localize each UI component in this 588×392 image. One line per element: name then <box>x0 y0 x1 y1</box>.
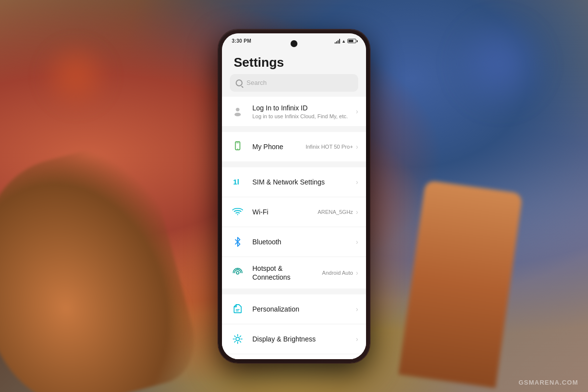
bg-decor-2 <box>39 39 113 113</box>
wifi-icon <box>230 204 245 220</box>
chevron-icon-sim-network: › <box>356 178 358 186</box>
svg-point-0 <box>236 107 239 111</box>
svg-text:1l: 1l <box>233 178 239 185</box>
item-title-infinix-id: Log In to Infinix ID <box>252 104 356 112</box>
battery-icon <box>347 39 356 43</box>
phone-screen: 3:30 PM ▲ Settings Sear <box>222 33 366 359</box>
sim-icon: 1l <box>230 174 245 190</box>
settings-list: Log In to Infinix ID Log in to use Infin… <box>222 97 366 359</box>
chevron-icon-hotspot: › <box>356 269 358 277</box>
settings-item-infinix-id[interactable]: Log In to Infinix ID Log in to use Infin… <box>222 97 366 126</box>
settings-item-sound-vibration[interactable]: Sound & Vibration › <box>222 354 366 359</box>
chevron-icon-bluetooth: › <box>356 238 358 246</box>
search-icon <box>236 79 243 86</box>
page-title: Settings <box>222 49 366 74</box>
item-title-hotspot: Hotspot & Connections <box>252 264 322 282</box>
item-content-sim-network: SIM & Network Settings <box>252 178 356 186</box>
item-title-sim-network: SIM & Network Settings <box>252 178 356 186</box>
settings-item-display-brightness[interactable]: Display & Brightness › <box>222 324 366 354</box>
item-badge-my-phone: Infinix HOT 50 Pro+ <box>306 144 353 150</box>
chevron-icon-my-phone: › <box>356 143 358 151</box>
item-content-hotspot: Hotspot & Connections <box>252 264 322 282</box>
personalization-icon <box>230 301 245 317</box>
hotspot-icon <box>230 265 245 281</box>
chevron-icon-infinix-id: › <box>356 107 358 115</box>
svg-line-17 <box>235 341 236 342</box>
settings-item-personalization[interactable]: Personalization › <box>222 294 366 324</box>
bluetooth-icon <box>230 234 245 250</box>
item-title-personalization: Personalization <box>252 305 356 314</box>
svg-point-7 <box>236 271 239 274</box>
item-subtitle-infinix-id: Log in to use Infinix Cloud, Find My, et… <box>252 113 356 119</box>
svg-line-16 <box>240 341 241 342</box>
item-content-infinix-id: Log In to Infinix ID Log in to use Infin… <box>252 104 356 119</box>
section-connectivity: 1l SIM & Network Settings › <box>222 167 366 288</box>
display-brightness-icon <box>230 331 245 347</box>
person-icon <box>230 104 245 119</box>
chevron-icon-personalization: › <box>356 305 358 313</box>
battery-fill <box>348 40 353 42</box>
item-title-wifi: Wi-Fi <box>252 208 318 216</box>
item-content-personalization: Personalization <box>252 305 356 314</box>
item-title-bluetooth: Bluetooth <box>252 237 356 246</box>
svg-point-6 <box>237 214 238 215</box>
item-title-display-brightness: Display & Brightness <box>252 335 356 343</box>
svg-point-4 <box>237 148 238 149</box>
section-phone: My Phone Infinix HOT 50 Pro+ › <box>222 132 366 161</box>
phone-body: 3:30 PM ▲ Settings Sear <box>218 29 370 363</box>
section-profile: Log In to Infinix ID Log in to use Infin… <box>222 97 366 126</box>
settings-item-hotspot[interactable]: Hotspot & Connections Android Auto › <box>222 257 366 288</box>
settings-item-bluetooth[interactable]: Bluetooth › <box>222 227 366 257</box>
item-content-wifi: Wi-Fi <box>252 208 318 216</box>
item-content-display-brightness: Display & Brightness <box>252 335 356 343</box>
item-badge-wifi: ARENA_5GHz <box>318 209 353 215</box>
svg-line-15 <box>235 336 236 337</box>
wifi-status-icon: ▲ <box>342 39 346 44</box>
item-title-my-phone: My Phone <box>252 142 306 151</box>
chevron-icon-display-brightness: › <box>356 335 358 343</box>
section-display: Personalization › <box>222 294 366 359</box>
settings-item-my-phone[interactable]: My Phone Infinix HOT 50 Pro+ › <box>222 132 366 161</box>
settings-item-sim-network[interactable]: 1l SIM & Network Settings › <box>222 167 366 197</box>
item-badge-hotspot: Android Auto <box>322 270 353 276</box>
search-bar[interactable]: Search <box>230 74 358 92</box>
status-time: 3:30 PM <box>232 38 251 44</box>
phone-device: 3:30 PM ▲ Settings Sear <box>218 29 370 363</box>
chevron-icon-wifi: › <box>356 208 358 216</box>
settings-item-wifi[interactable]: Wi-Fi ARENA_5GHz › <box>222 197 366 227</box>
item-content-bluetooth: Bluetooth <box>252 237 356 246</box>
watermark: GSMArena.com <box>518 379 578 386</box>
svg-line-18 <box>240 336 241 337</box>
signal-icon <box>335 39 340 44</box>
svg-point-1 <box>235 112 241 116</box>
item-content-my-phone: My Phone <box>252 142 306 151</box>
screen-content: Settings Search <box>222 49 366 359</box>
svg-rect-3 <box>236 142 239 143</box>
search-placeholder: Search <box>246 79 267 86</box>
phone-icon <box>230 139 245 155</box>
status-icons: ▲ <box>335 39 356 44</box>
svg-point-10 <box>236 337 239 340</box>
status-bar: 3:30 PM ▲ <box>222 33 366 49</box>
front-camera <box>291 40 297 47</box>
bg-decor-1 <box>451 15 549 113</box>
